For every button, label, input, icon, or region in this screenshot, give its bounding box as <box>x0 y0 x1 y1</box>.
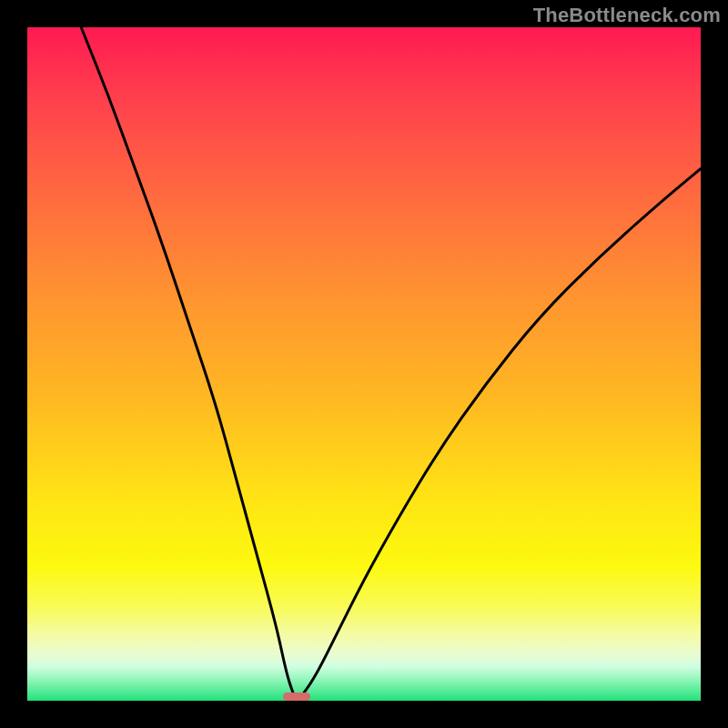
chart-frame: TheBottleneck.com <box>0 0 728 728</box>
attribution-text: TheBottleneck.com <box>533 4 721 27</box>
plot-area <box>27 27 701 701</box>
optimal-marker <box>283 693 310 701</box>
bottleneck-curve-left-path <box>81 27 297 701</box>
curve-layer <box>27 27 701 701</box>
bottleneck-curve-right-path <box>297 168 701 701</box>
